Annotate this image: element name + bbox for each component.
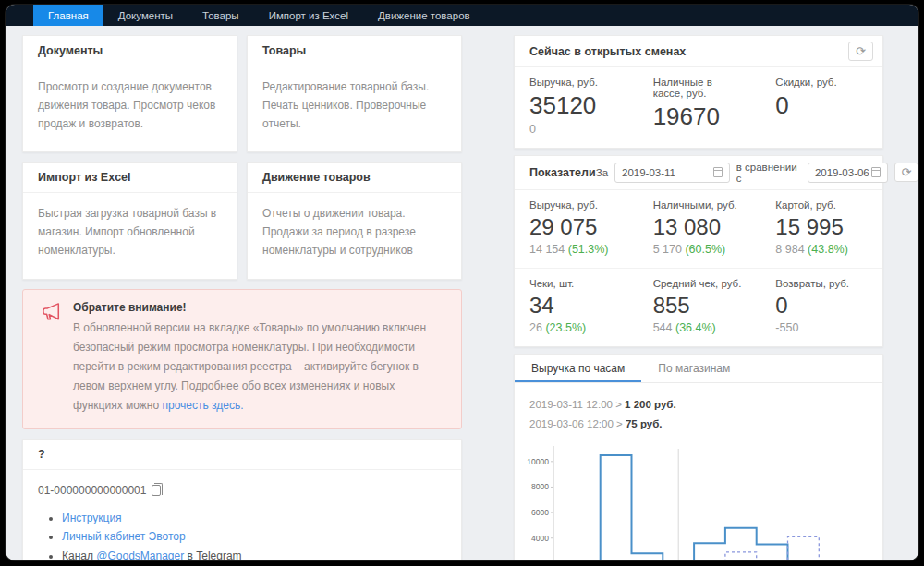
metric-sub: 8 984 (43.8%)	[775, 243, 868, 257]
card-title: Импорт из Excel	[23, 163, 237, 193]
nav-tab-documents[interactable]: Документы	[103, 5, 188, 26]
tooltip-line: 2019-03-06 12:00 > 75 руб.	[529, 415, 868, 434]
left-column: Документы Просмотр и создание документов…	[22, 35, 462, 560]
chart-tooltip: 2019-03-11 12:00 > 1 200 руб. 2019-03-06…	[515, 383, 882, 437]
metric-receipts: Чеки, шт. 34 26 (23.5%)	[515, 268, 638, 346]
card-description: Редактирование товарной базы. Печать цен…	[248, 66, 461, 151]
help-body: 01-000000000000001 Инструкция Личный каб…	[23, 470, 461, 560]
chart-tabs: Выручка по часам По магазинам	[515, 355, 882, 383]
metric-avg-receipt: Средний чек, руб. 855 544 (36.4%)	[638, 268, 760, 346]
for-label: За	[596, 167, 608, 178]
metric-returns: Возвраты, руб. 0 -550	[760, 268, 882, 346]
chart-card: Выручка по часам По магазинам 2019-03-11…	[514, 354, 883, 561]
metric-label: Чеки, шт.	[529, 278, 623, 289]
compare-label: в сравнении с	[736, 162, 801, 184]
percent-change: (43.8%)	[808, 243, 848, 256]
compare-value: 5 170	[653, 243, 686, 256]
nav-tab-excel-import[interactable]: Импорт из Excel	[254, 5, 363, 26]
date-from-input[interactable]: 2019-03-11	[614, 163, 730, 183]
evotor-cabinet-link[interactable]: Личный кабинет Эвотор	[62, 530, 186, 543]
percent-change: (51.3%)	[568, 243, 609, 256]
open-shifts-metrics: Выручка, руб. 35120 0 Наличные в кассе, …	[515, 67, 882, 148]
open-shifts-title: Сейчас в открытых сменах	[529, 45, 686, 58]
hours-chart[interactable]: 020004000600080001000008:0009:0010:0011:…	[515, 436, 882, 560]
percent-change: (60.5%)	[685, 243, 725, 256]
metric-discounts-now: Скидки, руб. 0	[760, 67, 882, 148]
tab-by-stores[interactable]: По магазинам	[641, 355, 747, 382]
card-title: Товары	[248, 36, 461, 66]
list-item: Инструкция	[62, 509, 446, 527]
compare-value: 14 154	[529, 243, 568, 256]
compare-value: 8 984	[775, 243, 808, 256]
cards-row-2: Импорт из Excel Быстрая загрузка товарно…	[22, 162, 462, 279]
tooltip-value: 1 200 руб.	[625, 399, 676, 410]
metric-sub: 0	[529, 123, 623, 137]
indicators-card: Показатели За 2019-03-11 в сравнении с 2…	[514, 155, 883, 347]
svg-text:6000: 6000	[531, 508, 549, 517]
card-title: Документы	[23, 36, 237, 66]
metric-revenue-now: Выручка, руб. 35120 0	[515, 67, 638, 148]
tooltip-prefix: 2019-03-11 12:00 >	[529, 399, 625, 410]
nav-tab-goods[interactable]: Товары	[188, 5, 254, 26]
date-controls: За 2019-03-11 в сравнении с 2019-03-06 ⟳	[596, 162, 918, 184]
metric-label: Возвраты, руб.	[775, 278, 868, 289]
metric-value: 855	[653, 292, 746, 319]
telegram-channel-link[interactable]: @GoodsManager	[96, 549, 184, 560]
metric-label: Наличные в кассе, руб.	[653, 77, 746, 99]
compare-value: -550	[775, 321, 798, 334]
card-documents[interactable]: Документы Просмотр и создание документов…	[22, 35, 237, 152]
metric-label: Наличными, руб.	[653, 199, 746, 211]
read-here-link[interactable]: прочесть здесь.	[162, 399, 243, 412]
metric-sub: -550	[775, 321, 868, 335]
metric-label: Скидки, руб.	[775, 77, 868, 88]
alert-text: В обновленной версии на вкладке «Товары»…	[73, 321, 426, 412]
help-card: ? 01-000000000000001 Инструкция Личный к…	[22, 439, 462, 560]
card-goods-movement[interactable]: Движение товаров Отчеты о движении товар…	[247, 162, 462, 279]
percent-change: (23.5%)	[545, 321, 586, 334]
alert-body: В обновленной версии на вкладке «Товары»…	[73, 319, 443, 415]
tooltip-line: 2019-03-11 12:00 > 1 200 руб.	[529, 395, 868, 415]
card-description: Отчеты о движении товара. Продажи за пер…	[248, 193, 461, 278]
refresh-icon[interactable]: ⟳	[848, 42, 873, 61]
nav-tab-main[interactable]: Главная	[33, 5, 103, 26]
top-navbar: Главная Документы Товары Импорт из Excel…	[6, 5, 918, 26]
metric-value: 13 080	[653, 213, 746, 241]
metric-value: 0	[775, 292, 868, 319]
metric-cash: Наличными, руб. 13 080 5 170 (60.5%)	[638, 190, 760, 268]
card-excel-import[interactable]: Импорт из Excel Быстрая загрузка товарно…	[22, 162, 237, 279]
date-from-value: 2019-03-11	[622, 167, 675, 178]
tab-revenue-by-hours[interactable]: Выручка по часам	[515, 355, 641, 382]
calendar-icon	[713, 167, 723, 177]
metric-value: 0	[775, 90, 868, 121]
metric-value: 29 075	[529, 213, 623, 241]
metric-cash-now: Наличные в кассе, руб. 19670	[638, 67, 760, 148]
refresh-icon[interactable]: ⟳	[894, 163, 918, 182]
metric-value: 35120	[529, 90, 623, 121]
indicators-metrics: Выручка, руб. 29 075 14 154 (51.3%) Нали…	[515, 190, 882, 346]
device-id-row: 01-000000000000001	[38, 484, 446, 497]
right-column: Сейчас в открытых сменах ⟳ Выручка, руб.…	[514, 35, 883, 560]
indicators-header: Показатели За 2019-03-11 в сравнении с 2…	[515, 156, 882, 190]
svg-text:8000: 8000	[531, 482, 549, 491]
link-suffix: в Telegram	[184, 549, 241, 560]
metric-card: Картой, руб. 15 995 8 984 (43.8%)	[760, 190, 882, 268]
metric-sub: 5 170 (60.5%)	[653, 243, 746, 257]
copy-icon[interactable]	[152, 485, 161, 496]
metric-label: Средний чек, руб.	[653, 278, 746, 289]
megaphone-icon	[42, 303, 62, 325]
nav-tab-goods-movement[interactable]: Движение товаров	[363, 5, 485, 26]
card-description: Быстрая загрузка товарной базы в магазин…	[23, 193, 237, 278]
svg-text:10000: 10000	[527, 457, 549, 466]
svg-text:4000: 4000	[531, 534, 549, 543]
date-to-input[interactable]: 2019-03-06	[808, 163, 888, 183]
date-to-value: 2019-03-06	[815, 167, 869, 178]
metric-label: Выручка, руб.	[529, 199, 623, 211]
metric-sub: 14 154 (51.3%)	[529, 243, 623, 257]
compare-value: 26	[529, 321, 545, 334]
open-shifts-card: Сейчас в открытых сменах ⟳ Выручка, руб.…	[514, 35, 883, 149]
instruction-link[interactable]: Инструкция	[62, 512, 122, 524]
metric-revenue: Выручка, руб. 29 075 14 154 (51.3%)	[515, 190, 638, 268]
metric-sub: 544 (36.4%)	[653, 321, 746, 335]
link-prefix: Канал	[62, 549, 96, 560]
card-goods[interactable]: Товары Редактирование товарной базы. Печ…	[247, 35, 462, 152]
